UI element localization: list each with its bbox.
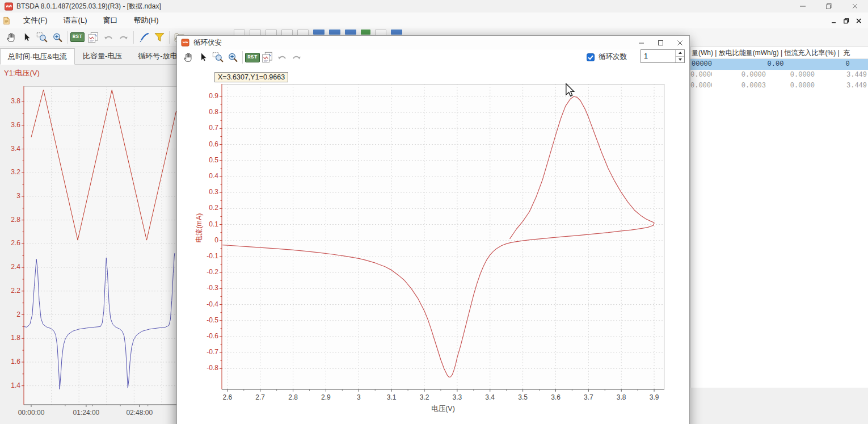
table-row[interactable]: 0.00000.00000.00003.449 [690,70,868,81]
x-tick-label: 3.4 [472,393,508,401]
zoom-selection-icon[interactable] [210,50,225,65]
y-tick-label: 1.4 [0,381,20,389]
y-tick-label: 0.4 [197,172,218,180]
table-cell[interactable]: 0.0000 [690,81,712,91]
table-cell[interactable]: 3.449 [815,81,867,91]
mdi-close-button[interactable] [854,17,863,25]
x-tick-label: 2.6 [209,393,246,401]
x-tick-label: 2.8 [275,393,311,401]
menu-language[interactable]: 语言(L) [56,13,95,28]
toolbar-separator [67,31,68,44]
zoom-icon[interactable] [49,30,65,45]
document-icon[interactable] [2,16,11,25]
zoom-icon[interactable] [225,50,240,65]
zoom-selection-icon[interactable] [34,30,49,45]
restore-button[interactable] [816,0,842,12]
table-cell[interactable]: 00000 [692,59,720,70]
y-tick-label: 3.6 [0,121,20,129]
minimize-button[interactable] [790,0,816,12]
cycle-count-label[interactable]: 循环次数 [599,52,627,62]
copy-chart-icon[interactable] [260,50,275,65]
redo-icon[interactable] [289,50,304,65]
title-bar: BTSDA 8.0.1.487(2025.03.19)(R3) - [数据.nd… [0,0,868,13]
reset-icon[interactable]: RST [70,30,85,45]
table-row[interactable]: 0.00000.00030.00003.449 [690,81,868,91]
toolbar-separator [133,31,134,44]
cycle-count-input[interactable] [641,50,675,62]
btsda-application-window: BTSDA 8.0.1.487(2025.03.19)(R3) - [数据.nd… [0,0,868,424]
table-cell[interactable]: 3.449 [815,70,867,81]
x-tick-label: 00:00:00 [13,409,49,417]
tab-specific-capacity-voltage[interactable]: 比容量-电压 [75,48,130,64]
menu-bar: 文件(F) 语言(L) 窗口 帮助(H) [0,12,868,28]
table-cell[interactable]: 0.0000 [766,70,815,81]
toolbar-separator [242,51,243,64]
cursor-icon[interactable] [196,50,210,65]
x-tick-label: 3.9 [636,393,672,401]
x-tick-label: 2.7 [242,393,279,401]
tab-total-time-voltage-current[interactable]: 总时间-电压&电流 [0,48,75,65]
x-tick-label: 3.8 [603,393,639,401]
cv-plot-area[interactable]: 0.90.80.70.60.50.40.30.20.10-0.1-0.2-0.3… [222,84,664,389]
cv-window-title: 循环伏安 [193,38,222,48]
cv-maximize-button[interactable] [653,37,668,48]
pan-hand-icon[interactable] [3,30,19,45]
cv-title-bar[interactable]: 循环伏安 [177,36,689,49]
filter-icon[interactable] [151,30,167,45]
x-tick-label: 3 [340,393,377,401]
y-tick-label: 2 [0,310,20,318]
y-tick-label: 2.4 [0,263,20,271]
y-tick-label: 3 [0,192,20,200]
reset-icon[interactable]: RST [245,50,260,65]
cv-close-button[interactable] [672,37,687,48]
copy-chart-icon[interactable] [85,30,100,45]
window-title: BTSDA 8.0.1.487(2025.03.19)(R3) - [数据.nd… [16,2,161,11]
y-tick-label: 2.6 [0,239,20,247]
y-tick-label: 3.8 [0,97,20,105]
menu-help[interactable]: 帮助(H) [126,13,167,28]
record-table: 量(Wh) | 放电比能量(mWh/g) | 恒流充入比率(%) | 充 000… [690,47,868,388]
y-tick-label: 0.3 [197,188,218,196]
y-tick-label: -0.7 [197,348,218,356]
y-tick-label: 3.4 [0,145,20,153]
app-logo-icon [5,2,13,11]
cycle-count-checkbox[interactable] [587,53,595,61]
y-tick-label: 1.8 [0,334,20,342]
cv-toolbar: RST 循环次数 [177,49,689,65]
mdi-restore-button[interactable] [842,17,851,25]
y-tick-label: 0.5 [197,156,218,164]
y-tick-label: 2.2 [0,287,20,295]
table-cell[interactable]: 0.0000 [766,81,815,91]
mdi-minimize-button[interactable] [829,17,838,25]
menu-window[interactable]: 窗口 [95,13,126,28]
cursor-icon[interactable] [19,30,34,45]
undo-icon[interactable] [275,50,289,65]
undo-icon[interactable] [100,30,116,45]
x-tick-label: 02:48:00 [121,409,158,417]
left-chart-axis-title: Y1:电压(V) [4,68,40,78]
cv-minimize-button[interactable] [634,37,648,48]
spinner-down-button[interactable] [676,57,684,63]
close-button[interactable] [842,0,868,12]
draw-line-icon[interactable] [136,30,151,45]
cv-x-axis-title: 电压(V) [222,404,664,414]
table-cell[interactable]: 0 [839,59,856,70]
table-row[interactable]: 000000.000 [690,59,868,70]
pan-hand-icon[interactable] [181,50,196,65]
reset-label: RST [73,34,83,40]
x-tick-label: 3.5 [505,393,541,401]
coordinate-tooltip: X=3.6307,Y1=0.9663 [214,72,288,82]
table-cell[interactable]: 0.0000 [690,70,712,81]
menu-file[interactable]: 文件(F) [15,13,56,28]
table-cell[interactable]: 0.0000 [712,70,766,81]
table-cell[interactable]: 0.0003 [712,81,766,91]
y-tick-label: 0.6 [197,140,218,148]
left-chart-plot-area[interactable]: 3.83.63.43.232.82.62.42.221.81.61.400:00… [24,86,177,405]
spinner-up-button[interactable] [676,50,684,57]
x-tick-label: 3.6 [538,393,574,401]
toolbar-separator [169,31,170,44]
table-cell[interactable]: 0.00 [759,59,793,70]
table-header-row[interactable]: 量(Wh) | 放电比能量(mWh/g) | 恒流充入比率(%) | 充 [690,47,868,59]
redo-icon[interactable] [116,30,131,45]
x-tick-label: 01:24:00 [68,409,104,417]
